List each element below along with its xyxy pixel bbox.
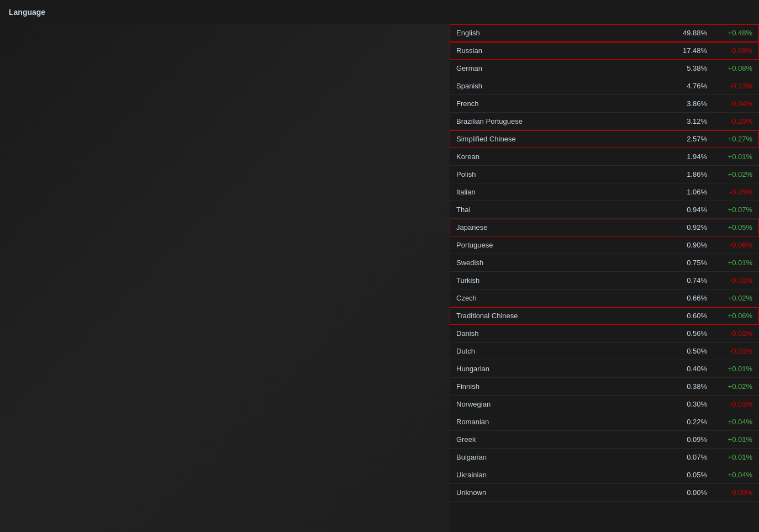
language-row[interactable]: Finnish0.38%+0.02% xyxy=(450,378,759,396)
language-change: +0.07% xyxy=(714,206,752,214)
language-change: +0.01% xyxy=(714,259,752,267)
language-row[interactable]: Hungarian0.40%+0.01% xyxy=(450,360,759,378)
language-row[interactable]: Czech0.66%+0.02% xyxy=(450,289,759,307)
language-percentage: 0.74% xyxy=(670,276,714,285)
language-row[interactable]: Turkish0.74%-0.01% xyxy=(450,272,759,289)
language-row[interactable]: German5.38%+0.08% xyxy=(450,60,759,77)
language-row[interactable]: Romanian0.22%+0.04% xyxy=(450,413,759,431)
language-percentage: 0.50% xyxy=(670,347,714,355)
language-percentage: 0.30% xyxy=(670,400,714,408)
language-percentage: 5.38% xyxy=(670,64,714,72)
language-percentage: 3.86% xyxy=(670,99,714,108)
language-row[interactable]: Korean1.94%+0.01% xyxy=(450,148,759,166)
language-change: +0.01% xyxy=(714,365,752,373)
language-name: Thai xyxy=(456,206,670,214)
language-change: -0.06% xyxy=(714,241,752,249)
language-row[interactable]: Spanish4.76%-0.13% xyxy=(450,77,759,95)
language-change: +0.08% xyxy=(714,64,752,72)
language-change: +0.48% xyxy=(714,29,752,37)
language-change: +0.04% xyxy=(714,418,752,426)
language-name: Traditional Chinese xyxy=(456,312,670,320)
language-percentage: 0.75% xyxy=(670,259,714,267)
language-row[interactable]: Danish0.56%-0.01% xyxy=(450,325,759,343)
language-name: Japanese xyxy=(456,223,670,231)
language-name: Polish xyxy=(456,170,670,178)
right-panel: English49.88%+0.48%Russian17.48%-0.68%Ge… xyxy=(450,24,759,532)
language-name: Hungarian xyxy=(456,365,670,373)
language-row[interactable]: French3.86%-0.04% xyxy=(450,95,759,113)
language-row[interactable]: Greek0.09%+0.01% xyxy=(450,431,759,449)
language-row[interactable]: Simplified Chinese2.57%+0.27% xyxy=(450,130,759,148)
language-name: Finnish xyxy=(456,382,670,391)
language-row[interactable]: Thai0.94%+0.07% xyxy=(450,201,759,219)
language-change: -0.05% xyxy=(714,188,752,196)
language-name: Russian xyxy=(456,46,670,55)
language-change: -0.04% xyxy=(714,99,752,108)
language-percentage: 0.22% xyxy=(670,418,714,426)
language-change: +0.06% xyxy=(714,312,752,320)
language-percentage: 1.94% xyxy=(670,152,714,161)
language-row[interactable]: Dutch0.50%-0.01% xyxy=(450,343,759,360)
language-name: French xyxy=(456,99,670,108)
language-name: Korean xyxy=(456,152,670,161)
language-change: +0.02% xyxy=(714,170,752,178)
language-row[interactable]: Norwegian0.30%-0.01% xyxy=(450,396,759,413)
language-change: +0.02% xyxy=(714,294,752,302)
language-row[interactable]: Traditional Chinese0.60%+0.06% xyxy=(450,307,759,325)
language-change: -0.01% xyxy=(714,329,752,338)
language-percentage: 49.88% xyxy=(670,29,714,37)
language-row[interactable]: Portuguese0.90%-0.06% xyxy=(450,236,759,254)
language-percentage: 0.05% xyxy=(670,471,714,479)
page-title: Language xyxy=(0,0,759,24)
language-change: +0.01% xyxy=(714,435,752,444)
language-change: -0.20% xyxy=(714,117,752,125)
language-change: 0.00% xyxy=(714,488,752,497)
language-percentage: 0.38% xyxy=(670,382,714,391)
language-name: Ukrainian xyxy=(456,471,670,479)
language-row[interactable]: Brazilian Portuguese3.12%-0.20% xyxy=(450,113,759,130)
language-name: Spanish xyxy=(456,82,670,90)
language-percentage: 0.60% xyxy=(670,312,714,320)
language-row[interactable]: Polish1.86%+0.02% xyxy=(450,166,759,183)
language-name: Unknown xyxy=(456,488,670,497)
language-percentage: 2.57% xyxy=(670,135,714,143)
language-row[interactable]: Unknown0.00%0.00% xyxy=(450,484,759,502)
language-change: -0.01% xyxy=(714,400,752,408)
language-name: Portuguese xyxy=(456,241,670,249)
language-percentage: 0.94% xyxy=(670,206,714,214)
language-row[interactable]: Italian1.06%-0.05% xyxy=(450,183,759,201)
language-name: Czech xyxy=(456,294,670,302)
language-percentage: 4.76% xyxy=(670,82,714,90)
language-name: Danish xyxy=(456,329,670,338)
language-percentage: 1.06% xyxy=(670,188,714,196)
language-name: Turkish xyxy=(456,276,670,285)
language-row[interactable]: Russian17.48%-0.68% xyxy=(450,42,759,60)
language-change: +0.05% xyxy=(714,223,752,231)
language-change: +0.04% xyxy=(714,471,752,479)
language-name: Swedish xyxy=(456,259,670,267)
language-change: +0.27% xyxy=(714,135,752,143)
language-percentage: 0.90% xyxy=(670,241,714,249)
language-percentage: 1.86% xyxy=(670,170,714,178)
language-percentage: 0.07% xyxy=(670,453,714,461)
language-percentage: 3.12% xyxy=(670,117,714,125)
language-change: +0.01% xyxy=(714,152,752,161)
language-percentage: 0.92% xyxy=(670,223,714,231)
language-name: Dutch xyxy=(456,347,670,355)
language-name: Brazilian Portuguese xyxy=(456,117,670,125)
language-table: English49.88%+0.48%Russian17.48%-0.68%Ge… xyxy=(450,24,759,502)
language-name: Bulgarian xyxy=(456,453,670,461)
language-name: Greek xyxy=(456,435,670,444)
language-row[interactable]: Bulgarian0.07%+0.01% xyxy=(450,449,759,466)
language-row[interactable]: Swedish0.75%+0.01% xyxy=(450,254,759,272)
language-change: +0.02% xyxy=(714,382,752,391)
language-row[interactable]: English49.88%+0.48% xyxy=(450,24,759,42)
language-name: Italian xyxy=(456,188,670,196)
language-name: Romanian xyxy=(456,418,670,426)
language-name: Norwegian xyxy=(456,400,670,408)
language-row[interactable]: Ukrainian0.05%+0.04% xyxy=(450,466,759,484)
language-row[interactable]: Japanese0.92%+0.05% xyxy=(450,219,759,236)
language-change: -0.13% xyxy=(714,82,752,90)
language-percentage: 0.56% xyxy=(670,329,714,338)
language-percentage: 17.48% xyxy=(670,46,714,55)
